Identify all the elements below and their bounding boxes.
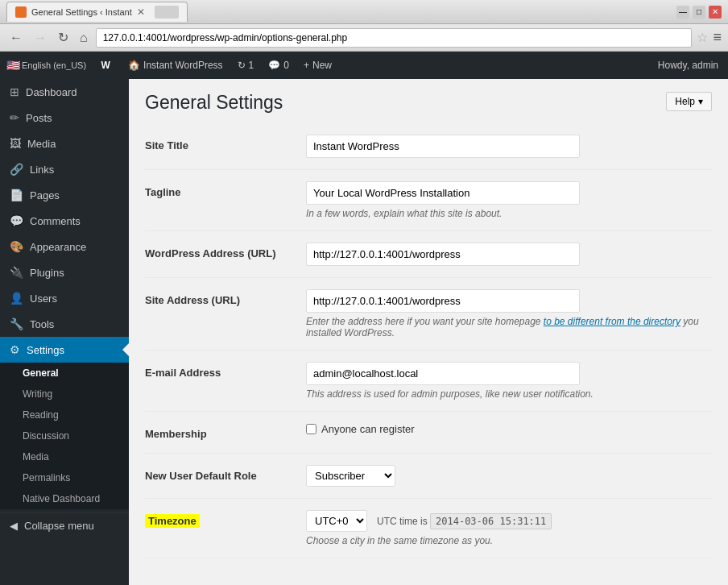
home-button[interactable]: ⌂ — [77, 29, 91, 47]
updates-icon: ↻ — [238, 60, 246, 71]
default-role-cell: Subscriber Contributor Author Editor Adm… — [306, 454, 712, 499]
site-address-input[interactable] — [306, 289, 580, 313]
tab-close-icon[interactable]: ✕ — [137, 6, 145, 18]
sidebar-item-pages[interactable]: 📄 Pages — [0, 182, 129, 208]
tagline-input[interactable] — [306, 181, 580, 205]
tagline-row: Tagline In a few words, explain what thi… — [145, 170, 712, 231]
site-name-label: Instant WordPress — [143, 60, 222, 71]
submenu-item-reading[interactable]: Reading — [0, 405, 129, 425]
new-content-item[interactable]: + New — [297, 52, 338, 79]
sidebar-item-users[interactable]: 👤 Users — [0, 285, 129, 311]
site-title-row: Site Title — [145, 123, 712, 170]
sidebar-label-pages: Pages — [30, 189, 60, 201]
wp-logo-item[interactable]: W — [91, 52, 120, 79]
howdy-text: Howdy, admin — [658, 60, 718, 71]
utc-label: UTC time is — [377, 516, 428, 527]
sidebar-item-tools[interactable]: 🔧 Tools — [0, 311, 129, 337]
settings-form: Site Title Tagline In a few words, expla… — [129, 123, 728, 575]
plugins-icon: 🔌 — [10, 266, 23, 279]
sidebar-label-links: Links — [30, 164, 54, 176]
bookmark-icon[interactable]: ☆ — [697, 30, 708, 45]
timezone-cell: UTC+0 UTC-1 UTC+1 UTC+2 UTC-5 UTC-8 UTC … — [306, 499, 712, 558]
page-title: General Settings — [145, 92, 283, 114]
media-icon: 🖼 — [10, 137, 21, 150]
content-header: General Settings Help ▾ — [129, 79, 728, 123]
close-button[interactable]: ✕ — [709, 6, 722, 19]
lang-label: English (en_US) — [22, 60, 86, 70]
sidebar-item-appearance[interactable]: 🎨 Appearance — [0, 234, 129, 259]
back-button[interactable]: ← — [6, 29, 26, 47]
flag-icon: 🇺🇸 — [6, 59, 20, 72]
maximize-button[interactable]: □ — [693, 6, 705, 19]
tab-title: General Settings ‹ Instant — [31, 7, 132, 17]
browser-toolbar: ← → ↻ ⌂ ☆ ≡ — [0, 24, 728, 52]
site-title-input[interactable] — [306, 135, 580, 158]
help-button[interactable]: Help ▾ — [666, 92, 712, 111]
site-name-item[interactable]: 🏠 Instant WordPress — [122, 52, 229, 79]
forward-button[interactable]: → — [31, 29, 50, 47]
default-role-select[interactable]: Subscriber Contributor Author Editor Adm… — [306, 465, 395, 487]
submenu-item-media[interactable]: Media — [0, 446, 129, 467]
comments-sidebar-icon: 💬 — [10, 214, 23, 227]
default-role-label: New User Default Role — [145, 454, 306, 499]
email-input[interactable] — [306, 362, 580, 385]
membership-checkbox-text: Anyone can register — [321, 423, 415, 435]
main-content: General Settings Help ▾ Site Title Tagli… — [129, 79, 728, 585]
sidebar-label-comments: Comments — [30, 215, 81, 227]
site-title-cell — [306, 123, 712, 170]
timezone-label: Timezone — [145, 514, 200, 528]
timezone-controls: UTC+0 UTC-1 UTC+1 UTC+2 UTC-5 UTC-8 UTC … — [306, 510, 712, 532]
timezone-select[interactable]: UTC+0 UTC-1 UTC+1 UTC+2 UTC-5 UTC-8 — [306, 510, 367, 532]
tagline-label: Tagline — [145, 170, 306, 231]
settings-table: Site Title Tagline In a few words, expla… — [145, 123, 712, 558]
wp-layout: ⊞ Dashboard ✏ Posts 🖼 Media 🔗 Links 📄 Pa… — [0, 79, 728, 585]
appearance-icon: 🎨 — [10, 240, 23, 253]
sidebar-item-media[interactable]: 🖼 Media — [0, 131, 129, 156]
sidebar-label-settings: Settings — [27, 344, 64, 356]
wp-admin-bar: 🇺🇸 English (en_US) W 🏠 Instant WordPress… — [0, 52, 728, 79]
tools-icon: 🔧 — [10, 317, 23, 330]
help-label: Help — [675, 96, 695, 107]
membership-cell: Anyone can register — [306, 412, 712, 454]
email-cell: This address is used for admin purposes,… — [306, 351, 712, 412]
default-role-row: New User Default Role Subscriber Contrib… — [145, 454, 712, 499]
utc-time-value: 2014-03-06 15:31:11 — [430, 513, 552, 529]
sidebar-label-media: Media — [27, 138, 56, 150]
sidebar-label-tools: Tools — [30, 318, 54, 330]
wp-logo-icon: W — [97, 57, 114, 73]
menu-icon[interactable]: ≡ — [713, 29, 722, 46]
minimize-button[interactable]: — — [676, 6, 689, 19]
submenu-item-discussion[interactable]: Discussion — [0, 425, 129, 446]
sidebar-label-appearance: Appearance — [30, 241, 86, 253]
sidebar-item-links[interactable]: 🔗 Links — [0, 156, 129, 182]
sidebar-item-plugins[interactable]: 🔌 Plugins — [0, 259, 129, 285]
submenu-item-general[interactable]: General — [0, 363, 129, 384]
site-address-row: Site Address (URL) Enter the address her… — [145, 278, 712, 351]
sidebar-item-posts[interactable]: ✏ Posts — [0, 105, 129, 131]
site-address-hint-link[interactable]: to be different from the directory — [544, 316, 680, 327]
browser-titlebar: General Settings ‹ Instant ✕ — □ ✕ — [0, 0, 728, 24]
address-bar[interactable] — [96, 28, 693, 48]
submenu-item-permalinks[interactable]: Permalinks — [0, 467, 129, 488]
timezone-th: Timezone — [145, 499, 306, 558]
collapse-menu-button[interactable]: ◀ Collapse menu — [0, 512, 129, 538]
submenu-item-writing[interactable]: Writing — [0, 384, 129, 405]
comments-item[interactable]: 💬 0 — [262, 52, 296, 79]
sidebar-item-dashboard[interactable]: ⊞ Dashboard — [0, 79, 129, 105]
submenu-item-native-dashboard[interactable]: Native Dashboard — [0, 488, 129, 509]
tagline-cell: In a few words, explain what this site i… — [306, 170, 712, 231]
updates-item[interactable]: ↻ 1 — [231, 52, 261, 79]
email-row: E-mail Address This address is used for … — [145, 351, 712, 412]
comments-count: 0 — [283, 60, 289, 71]
sidebar-label-users: Users — [30, 292, 57, 305]
sidebar-item-comments[interactable]: 💬 Comments — [0, 208, 129, 234]
sidebar-item-settings[interactable]: ⚙ Settings — [0, 337, 129, 363]
wp-address-label: WordPress Address (URL) — [145, 231, 306, 278]
settings-submenu: General Writing Reading Discussion Media… — [0, 363, 129, 509]
membership-checkbox[interactable] — [306, 424, 316, 434]
refresh-button[interactable]: ↻ — [55, 28, 72, 47]
site-address-hint-pre: Enter the address here if you want your … — [306, 316, 544, 327]
window-controls: — □ ✕ — [676, 6, 722, 19]
sidebar-label-dashboard: Dashboard — [26, 86, 77, 98]
wp-address-input[interactable] — [306, 243, 580, 266]
